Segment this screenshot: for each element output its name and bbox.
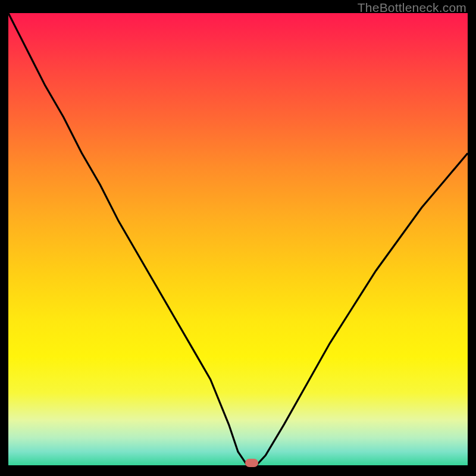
optimal-marker bbox=[245, 459, 258, 467]
bottleneck-curve bbox=[8, 13, 468, 465]
curve-layer bbox=[8, 13, 468, 465]
chart-frame: TheBottleneck.com bbox=[0, 0, 476, 476]
plot-area bbox=[8, 13, 468, 465]
watermark-text: TheBottleneck.com bbox=[358, 1, 466, 15]
